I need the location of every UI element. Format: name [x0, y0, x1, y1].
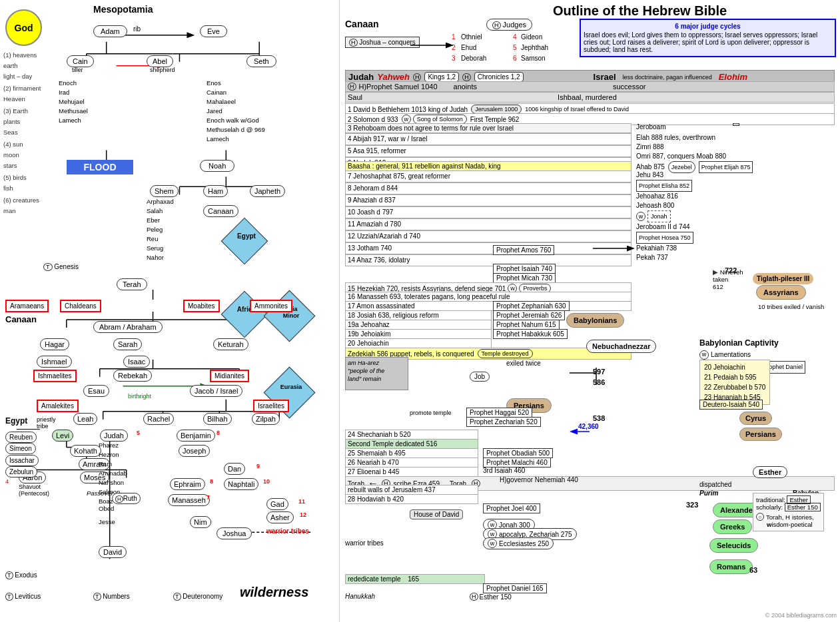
outline-title: Outline of the Hebrew Bible: [553, 3, 727, 19]
nineveh-arrow: ▶: [713, 268, 720, 276]
noah-oval: Noah: [200, 160, 234, 172]
ram: Ram: [99, 460, 127, 469]
right-panel: Outline of the Hebrew Bible Canaan H Jos…: [340, 0, 840, 622]
judge-4-name: Gideon: [521, 32, 548, 43]
ishbaal-text: Ishbaal, murdered: [558, 93, 617, 101]
rachel-oval: Rachel: [143, 413, 174, 425]
adam-oval: Adam: [93, 25, 127, 37]
copyright: © 2004 biblediagrams.com: [765, 612, 837, 619]
benjamin-oval: Benjamin: [177, 430, 215, 442]
manasseh-oval: Manasseh: [168, 494, 210, 506]
ham-oval: Ham: [203, 185, 228, 197]
row-13: 13 Jotham 740: [345, 242, 631, 254]
hanukkah-text: Hanukkah: [345, 593, 375, 600]
enoch-2: Irad: [59, 88, 88, 97]
judah-H: H: [413, 73, 422, 81]
jacob-oval: Jacob / Israel: [190, 385, 242, 397]
ephraim-num8: 8: [210, 478, 213, 485]
egypt-label: Egypt: [230, 232, 263, 240]
judges-oval: H Judges: [486, 19, 532, 31]
arphaxad-line: Arphaxad Salah Eber Peleg Reu Serug Naho…: [147, 197, 174, 262]
prophet-jeremiah-box: Prophet Jeremiah 626: [493, 310, 565, 320]
jehoiachin-row: 20 Jehoiachin: [345, 338, 492, 348]
ammonites-box: Ammonites: [250, 300, 292, 312]
exodus-circle: T: [5, 571, 13, 579]
levi-oval: Levi: [52, 430, 73, 442]
nahor: Nahor: [147, 253, 174, 262]
row-7: 7 Jehoshaphat 875, great reformer: [345, 170, 631, 182]
judge-3-num: 3: [452, 53, 456, 64]
egypt-label-left: Egypt: [5, 416, 27, 426]
japheth-oval: Japheth: [250, 185, 285, 197]
hagar-oval: Hagar: [40, 338, 69, 350]
seth-5: Enoch walk w/God: [207, 116, 265, 125]
zimri-text: Zimri 888: [636, 143, 829, 152]
lamentations-row: w Lamentations: [699, 350, 805, 360]
prophet-haggai-box: Prophet Haggai 520: [466, 408, 532, 418]
midianites-box: Midianites: [210, 370, 249, 382]
judah-title: Judah: [348, 72, 374, 82]
seth-2: Cainan: [207, 88, 265, 97]
israelites-box: Israelites: [253, 400, 289, 412]
rehoboam-row: 3 Rehoboam does not agree to terms for r…: [345, 123, 631, 133]
am-ha-arez-box: am Ha-arez"people of theland" remain: [345, 357, 408, 390]
esther-150-row: H Esther 150: [470, 593, 512, 601]
manasseh-num7: 7: [207, 494, 210, 501]
judge-4-num: 4: [513, 32, 517, 43]
prophet-malachi-box: Prophet Malachi 460: [483, 458, 551, 467]
genesis-label: T Genesis: [43, 263, 79, 270]
neariah-row: 26 Neariah b 470: [345, 458, 478, 467]
chronicles-H: H: [462, 73, 471, 81]
reu: Reu: [147, 234, 174, 244]
seleucids-oval: Seleucids: [709, 538, 758, 553]
hodaviah-row: 28 Hodaviah b 420: [345, 494, 478, 504]
seth-3: Mahalaeel: [207, 97, 265, 107]
warrior-tribes-text: warrior tribes: [266, 527, 309, 535]
esther-150-text: Esther 150: [480, 593, 512, 601]
scholarly-esther: scholarly: Esther 150: [756, 503, 821, 511]
israel-title-header: Israel: [594, 72, 616, 82]
chaldeans-box: Chaldeans: [60, 300, 101, 312]
jehoiachin-group: 20 Jehoiachin 21 Pedaiah b 595 22 Zerubb…: [699, 360, 770, 405]
amon-row: 17 Amon assassinated: [345, 301, 631, 311]
eurasia-label: Eurasia: [271, 384, 311, 390]
rededicate-row: rededicate temple 165: [345, 574, 485, 584]
zerubbabel-22: 22 Zerubbabel b 570: [704, 382, 765, 392]
creation-list: (1) heavensearthlight – day (2) firmamen…: [3, 50, 41, 216]
creation-5: (5) birdsfish: [3, 172, 41, 194]
six-cycles-box: 6 major judge cycles Israel does evil; L…: [580, 19, 836, 57]
seth-line: Enos Cainan Mahalaeel Jared Enoch walk w…: [207, 79, 265, 144]
kohath-oval: Kohath: [70, 445, 101, 457]
anoints-text: anoints: [454, 83, 477, 91]
am-ha-arez-text: am Ha-arez"people of theland" remain: [348, 360, 384, 382]
ruth-H: H: [115, 495, 123, 503]
zebulun-oval: Zebulun: [5, 466, 37, 477]
jehoahaz-row: 19a Jehoahaz: [345, 320, 492, 330]
gad-oval: Gad: [266, 498, 288, 510]
judge-6-num: 6: [513, 53, 517, 64]
dispatched-text: dispatched: [699, 481, 731, 488]
asher-oval: Asher: [266, 511, 294, 523]
shechaniah-row: 24 Shechaniah b 520: [345, 430, 478, 440]
numbers-label: T Numbers: [93, 593, 130, 600]
deuteronomy-circle: T: [173, 593, 181, 601]
judges-H: H: [492, 21, 501, 29]
josiah-row: 18 Josiah 638, religious reform: [345, 310, 492, 320]
arphaxad: Arphaxad: [147, 197, 174, 206]
baasha-text: Baasha : general, 911 rebellion against …: [348, 162, 501, 170]
judge-1-name: Othniel: [461, 32, 486, 43]
eccl-w: w: [488, 539, 497, 548]
row-10: 10 Joash d 797: [345, 206, 631, 218]
kingship-offered: 1006 kingship of Israel offered to David: [525, 106, 629, 113]
row-9: 9 Ahaziah d 837: [345, 194, 631, 206]
row-12: 12 Uzziah/Azariah d 740: [345, 230, 631, 242]
god-circle: God: [5, 9, 42, 46]
prophet-obadiah-box: Prophet Obadiah 500: [483, 448, 553, 458]
elah-text: Elah 888 rules, overthrown: [636, 133, 829, 143]
aramaeans-box: Aramaeans: [5, 300, 49, 312]
count-42360: 42,360: [578, 423, 599, 430]
six-cycles-title: 6 major judge cycles: [584, 23, 832, 30]
judah-num5: 5: [137, 430, 140, 436]
enoch-1: Enoch: [59, 79, 88, 88]
nahshon: Nahshon: [99, 478, 127, 487]
